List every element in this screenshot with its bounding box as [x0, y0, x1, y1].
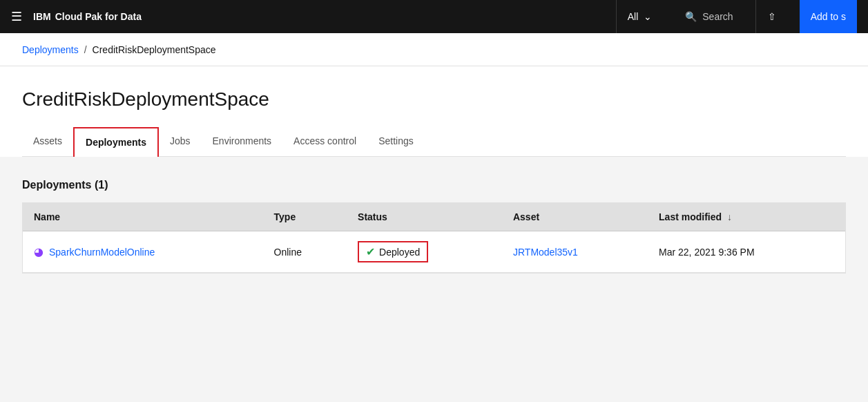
menu-icon[interactable]: ☰: [11, 9, 22, 24]
cell-status: ✔ Deployed: [347, 231, 502, 273]
cell-asset: JRTModel35v1: [502, 231, 648, 273]
breadcrumb-separator: /: [84, 44, 87, 55]
add-to-space-button[interactable]: Add to s: [800, 0, 857, 33]
sort-icon: ↓: [727, 211, 732, 222]
page-title: CreditRiskDeploymentSpace: [22, 88, 846, 111]
deployments-table: Name Type Status Asset Last modified ↓ ◕: [23, 203, 845, 273]
tab-jobs[interactable]: Jobs: [159, 127, 202, 156]
navbar: ☰ IBM Cloud Pak for Data All ⌄ 🔍 Search …: [0, 0, 868, 33]
deployment-name-link[interactable]: SparkChurnModelOnline: [49, 247, 155, 258]
tab-deployments[interactable]: Deployments: [73, 127, 159, 157]
cell-name: ◕ SparkChurnModelOnline: [23, 231, 263, 273]
breadcrumb-parent-link[interactable]: Deployments: [22, 44, 79, 55]
all-dropdown-label: All: [628, 11, 639, 22]
table-header: Name Type Status Asset Last modified ↓: [23, 203, 845, 231]
deployments-table-container: Name Type Status Asset Last modified ↓ ◕: [22, 202, 846, 274]
col-name: Name: [23, 203, 263, 231]
cell-type: Online: [263, 231, 347, 273]
col-last-modified[interactable]: Last modified ↓: [648, 203, 845, 231]
bottom-space: [0, 274, 868, 402]
search-placeholder: Search: [702, 11, 733, 22]
tab-environments[interactable]: Environments: [202, 127, 283, 156]
chevron-down-icon: ⌄: [644, 11, 652, 22]
breadcrumb-current: CreditRiskDeploymentSpace: [93, 44, 216, 55]
tab-access-control[interactable]: Access control: [282, 127, 367, 156]
col-status: Status: [347, 203, 502, 231]
col-asset: Asset: [502, 203, 648, 231]
all-dropdown[interactable]: All ⌄: [616, 0, 664, 33]
status-label: Deployed: [379, 247, 420, 258]
tabs: Assets Deployments Jobs Environments Acc…: [22, 127, 846, 157]
deployments-header: Deployments (1): [22, 168, 846, 202]
table-row: ◕ SparkChurnModelOnline Online ✔ Deploye…: [23, 231, 845, 273]
tab-assets[interactable]: Assets: [22, 127, 73, 156]
col-type: Type: [263, 203, 347, 231]
main-content: CreditRiskDeploymentSpace Assets Deploym…: [0, 66, 868, 157]
search-area[interactable]: 🔍 Search: [674, 11, 744, 22]
deployment-type-icon: ◕: [34, 245, 44, 258]
asset-link[interactable]: JRTModel35v1: [513, 247, 578, 258]
upload-icon[interactable]: ⇧: [755, 0, 789, 33]
breadcrumb-bar: Deployments / CreditRiskDeploymentSpace: [0, 33, 868, 66]
cell-last-modified: Mar 22, 2021 9:36 PM: [648, 231, 845, 273]
search-icon: 🔍: [685, 11, 697, 22]
check-icon: ✔: [366, 245, 375, 258]
brand-prefix: IBM: [33, 11, 51, 22]
breadcrumb: Deployments / CreditRiskDeploymentSpace: [22, 44, 216, 55]
brand-name: Cloud Pak for Data: [55, 11, 142, 22]
tab-settings[interactable]: Settings: [367, 127, 425, 156]
deployments-section: Deployments (1) Name Type Status Asset L…: [0, 157, 868, 274]
status-badge: ✔ Deployed: [358, 241, 428, 262]
table-body: ◕ SparkChurnModelOnline Online ✔ Deploye…: [23, 231, 845, 273]
brand: IBM Cloud Pak for Data: [33, 11, 142, 22]
